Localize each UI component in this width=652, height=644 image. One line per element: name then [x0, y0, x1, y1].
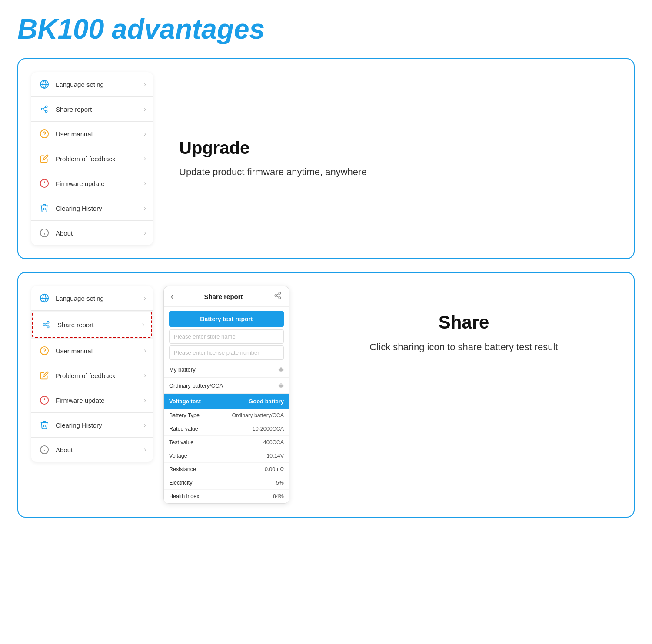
data-row-value: 5% — [276, 480, 284, 486]
svg-line-20 — [45, 325, 47, 326]
firmware-chevron2: › — [144, 396, 146, 404]
svg-point-32 — [279, 297, 281, 299]
upgrade-card: Language seting › Share report › User ma… — [17, 58, 635, 259]
battery-type-label: Ordinary battery/CCA — [169, 382, 223, 389]
phone-header-title: Share report — [204, 293, 243, 300]
share-label: Share report — [56, 106, 144, 113]
feedback-label: Problem of feedback — [56, 155, 144, 163]
menu-panel-2: Language seting › Share report › User ma… — [31, 286, 153, 462]
svg-line-34 — [276, 294, 279, 295]
clear-label: Clearing History — [56, 205, 144, 212]
phone-data-row: Electricity5% — [164, 476, 289, 490]
about-chevron: › — [144, 229, 146, 237]
clear-chevron2: › — [144, 421, 146, 429]
menu-item-share[interactable]: Share report › — [31, 97, 153, 122]
share-icon — [38, 103, 50, 115]
share-title: Share — [439, 312, 489, 333]
battery-test-report-btn[interactable]: Battery test report — [169, 311, 284, 327]
phone-data-row: Battery TypeOrdinary battery/CCA — [164, 409, 289, 422]
battery-type-row[interactable]: Ordinary battery/CCA ◉ — [164, 378, 289, 394]
phone-data-row: Voltage10.14V — [164, 449, 289, 463]
menu2-item-about[interactable]: About › — [31, 438, 153, 462]
svg-point-3 — [41, 108, 43, 110]
menu2-item-language[interactable]: Language seting › — [31, 286, 153, 311]
feedback-icon2 — [38, 369, 50, 382]
share-card-right: Share Click sharing icon to share batter… — [307, 286, 621, 363]
language-label2: Language seting — [56, 295, 144, 302]
menu2-item-manual[interactable]: User manual › — [31, 339, 153, 363]
upgrade-desc: Update product firmware anytime, anywher… — [179, 165, 612, 179]
phone-data-row: Health index84% — [164, 490, 289, 503]
share-left-section: Language seting › Share report › User ma… — [31, 286, 289, 504]
feedback-icon — [38, 153, 50, 165]
phone-data-row: Resistance0.00mΩ — [164, 463, 289, 476]
data-row-value: 400CCA — [263, 439, 284, 445]
data-row-label: Resistance — [169, 466, 196, 472]
manual-icon2 — [38, 345, 50, 357]
data-row-value: Ordinary battery/CCA — [232, 412, 284, 418]
firmware-icon2 — [38, 394, 50, 406]
svg-point-18 — [43, 324, 45, 326]
phone-data-row: Test value400CCA — [164, 436, 289, 449]
firmware-icon — [38, 177, 50, 189]
store-name-input[interactable]: Please enter store name — [169, 329, 284, 344]
good-battery-label: Good battery — [249, 398, 284, 405]
about-label: About — [56, 229, 144, 237]
menu2-item-feedback[interactable]: Problem of feedback › — [31, 363, 153, 388]
back-icon[interactable]: ‹ — [171, 292, 173, 301]
clear-icon2 — [38, 419, 50, 431]
share-chevron: › — [144, 105, 146, 113]
menu2-item-share[interactable]: Share report › — [32, 312, 152, 338]
battery-type-icon: ◉ — [278, 382, 284, 389]
menu-item-clear[interactable]: Clearing History › — [31, 196, 153, 221]
upgrade-title: Upgrade — [179, 138, 612, 158]
about-label2: About — [56, 446, 144, 454]
license-plate-input[interactable]: Please enter license plate number — [169, 345, 284, 360]
upgrade-card-right: Upgrade Update product firmware anytime,… — [170, 129, 621, 188]
svg-point-17 — [47, 322, 49, 324]
svg-line-21 — [45, 323, 47, 324]
svg-line-33 — [276, 296, 279, 297]
phone-header: ‹ Share report — [164, 286, 289, 307]
my-battery-row[interactable]: My battery ◉ — [164, 362, 289, 378]
manual-label2: User manual — [56, 347, 144, 355]
menu2-item-clear[interactable]: Clearing History › — [31, 413, 153, 438]
menu2-item-firmware[interactable]: Firmware update › — [31, 388, 153, 413]
clear-label2: Clearing History — [56, 422, 144, 429]
phone-data-row: Rated value10-2000CCA — [164, 422, 289, 436]
share-header-icon[interactable] — [273, 292, 282, 301]
svg-line-5 — [43, 110, 45, 111]
phone-mockup: ‹ Share report Battery test report Pleas… — [163, 286, 289, 504]
data-row-label: Electricity — [169, 480, 192, 486]
data-row-value: 0.00mΩ — [265, 466, 284, 472]
manual-chevron: › — [144, 130, 146, 138]
feedback-label2: Problem of feedback — [56, 372, 144, 379]
language-icon2 — [38, 292, 50, 304]
voltage-test-label: Voltage test — [169, 398, 201, 405]
manual-chevron2: › — [144, 347, 146, 355]
menu-item-feedback[interactable]: Problem of feedback › — [31, 146, 153, 171]
data-row-label: Rated value — [169, 426, 198, 432]
share-label2: Share report — [57, 321, 142, 329]
data-row-label: Health index — [169, 493, 200, 499]
feedback-chevron: › — [144, 155, 146, 163]
about-icon — [38, 227, 50, 239]
data-row-label: Voltage — [169, 453, 187, 459]
firmware-chevron: › — [144, 179, 146, 187]
menu-item-firmware[interactable]: Firmware update › — [31, 171, 153, 196]
language-chevron2: › — [144, 294, 146, 302]
menu-item-language[interactable]: Language seting › — [31, 72, 153, 97]
my-battery-icon: ◉ — [278, 365, 284, 373]
menu-item-about[interactable]: About › — [31, 221, 153, 245]
language-label: Language seting — [56, 81, 144, 88]
manual-icon — [38, 128, 50, 140]
share-icon2 — [40, 319, 52, 331]
svg-point-2 — [45, 106, 47, 108]
data-row-value: 10.14V — [266, 453, 284, 459]
svg-point-31 — [275, 295, 277, 297]
language-chevron: › — [144, 80, 146, 88]
my-battery-label: My battery — [169, 366, 196, 373]
clear-icon — [38, 202, 50, 214]
firmware-label2: Firmware update — [56, 397, 144, 404]
menu-item-manual[interactable]: User manual › — [31, 122, 153, 146]
